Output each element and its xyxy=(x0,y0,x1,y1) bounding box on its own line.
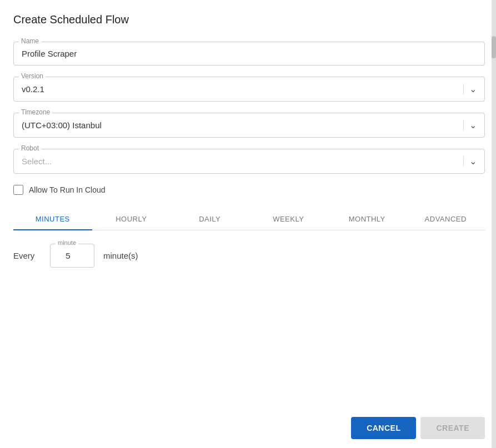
minutes-suffix: minute(s) xyxy=(103,251,138,260)
name-label: Name xyxy=(19,37,41,45)
name-field-group: Name xyxy=(13,42,485,66)
timezone-select[interactable]: (UTC+03:00) Istanbul ⌄ xyxy=(13,113,485,138)
robot-label: Robot xyxy=(19,144,41,152)
modal-overlay: Create Scheduled Flow Name Version v0.2.… xyxy=(0,0,496,448)
schedule-tabs: MINUTES HOURLY DAILY WEEKLY MONTHLY ADVA… xyxy=(13,208,485,230)
minute-field-label: minute xyxy=(56,239,78,246)
robot-placeholder: Select... xyxy=(22,157,52,166)
version-select[interactable]: v0.2.1 ⌄ xyxy=(13,77,485,102)
schedule-row: Every minute minute(s) xyxy=(13,244,485,268)
tab-minutes[interactable]: MINUTES xyxy=(13,208,92,230)
version-chevron-icon: ⌄ xyxy=(463,84,477,94)
scrollbar-track xyxy=(492,0,496,448)
modal-footer: CANCEL CREATE xyxy=(0,408,496,448)
minute-field-wrapper: minute xyxy=(50,244,94,268)
tab-hourly[interactable]: HOURLY xyxy=(92,208,171,230)
allow-cloud-checkbox[interactable] xyxy=(13,185,23,195)
timezone-field-group: Timezone (UTC+03:00) Istanbul ⌄ xyxy=(13,113,485,138)
cancel-button[interactable]: CANCEL xyxy=(351,417,416,439)
version-field-group: Version v0.2.1 ⌄ xyxy=(13,77,485,102)
timezone-value: (UTC+03:00) Istanbul xyxy=(22,120,102,130)
tab-daily[interactable]: DAILY xyxy=(171,208,249,230)
robot-select[interactable]: Select... ⌄ xyxy=(13,149,485,174)
robot-chevron-icon: ⌄ xyxy=(463,156,477,167)
tab-monthly[interactable]: MONTHLY xyxy=(328,208,407,230)
every-label: Every xyxy=(13,251,41,260)
allow-cloud-label: Allow To Run In Cloud xyxy=(29,185,105,194)
modal-dialog: Create Scheduled Flow Name Version v0.2.… xyxy=(0,0,496,448)
scrollbar-thumb[interactable] xyxy=(492,36,496,58)
timezone-label: Timezone xyxy=(19,108,52,116)
version-value: v0.2.1 xyxy=(22,84,44,94)
timezone-chevron-icon: ⌄ xyxy=(463,120,477,130)
create-button[interactable]: CREATE xyxy=(420,417,485,439)
version-label: Version xyxy=(19,72,46,80)
minute-input[interactable] xyxy=(50,244,94,268)
tab-advanced[interactable]: ADVANCED xyxy=(407,208,485,230)
robot-field-group: Robot Select... ⌄ xyxy=(13,149,485,174)
modal-content: Create Scheduled Flow Name Version v0.2.… xyxy=(0,0,496,408)
modal-title: Create Scheduled Flow xyxy=(13,13,485,26)
allow-cloud-row: Allow To Run In Cloud xyxy=(13,185,485,195)
name-input[interactable] xyxy=(13,42,485,66)
tab-weekly[interactable]: WEEKLY xyxy=(249,208,328,230)
